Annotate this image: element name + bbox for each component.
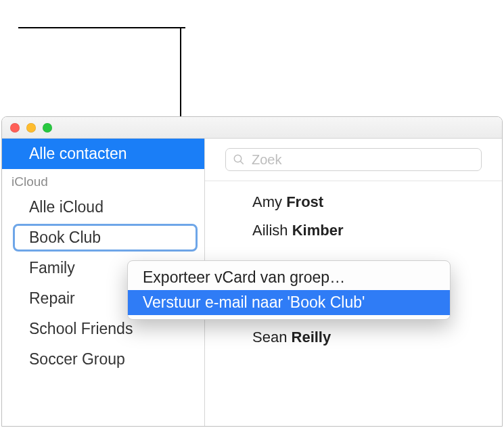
sidebar-group-item[interactable]: Alle iCloud bbox=[2, 192, 204, 222]
maximize-icon[interactable] bbox=[43, 123, 52, 133]
sidebar-group-item[interactable]: Soccer Group bbox=[2, 344, 204, 375]
search-wrap bbox=[205, 139, 502, 181]
annotation-line bbox=[18, 27, 185, 28]
svg-point-0 bbox=[234, 155, 242, 162]
contact-row[interactable]: Ailish Kimber bbox=[252, 216, 502, 245]
contact-row[interactable]: Amy Frost bbox=[252, 188, 502, 216]
search-input[interactable] bbox=[252, 152, 474, 168]
contact-row[interactable]: Sean Reilly bbox=[252, 323, 502, 352]
search-field[interactable] bbox=[225, 148, 482, 171]
sidebar-group-item[interactable]: Book Club bbox=[2, 222, 204, 253]
menu-item-export-vcard[interactable]: Exporteer vCard van groep… bbox=[128, 265, 450, 290]
close-icon[interactable] bbox=[10, 123, 20, 133]
sidebar-all-contacts[interactable]: Alle contacten bbox=[2, 139, 204, 169]
context-menu: Exporteer vCard van groep… Verstuur e-ma… bbox=[127, 260, 451, 320]
svg-line-1 bbox=[240, 161, 244, 164]
minimize-icon[interactable] bbox=[26, 123, 36, 133]
window-titlebar bbox=[2, 117, 502, 139]
sidebar-section-header: iCloud bbox=[2, 169, 204, 192]
search-icon bbox=[233, 153, 245, 166]
menu-item-send-email[interactable]: Verstuur e-mail naar 'Book Club' bbox=[128, 290, 450, 315]
contact-row[interactable] bbox=[252, 245, 502, 256]
